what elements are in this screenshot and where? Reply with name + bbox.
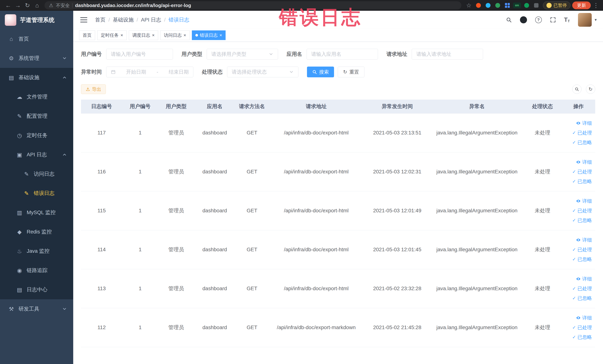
tab[interactable]: 首页 <box>79 30 95 40</box>
help-icon[interactable]: ? <box>535 16 542 23</box>
tab[interactable]: 错误日志× <box>192 30 226 40</box>
update-button[interactable]: 更新 <box>572 1 591 9</box>
sidebar-item-java-monitor[interactable]: ♨Java 监控 <box>0 241 73 261</box>
processed-link[interactable]: ✓已处理 <box>564 206 592 215</box>
detail-link[interactable]: 详细 <box>564 235 592 245</box>
sidebar-item-infrastructure[interactable]: ▤基础设施 <box>0 68 73 87</box>
extension-icon-4[interactable] <box>502 1 512 10</box>
sidebar-item-mysql-monitor[interactable]: ▥MySQL 监控 <box>0 203 73 222</box>
request-url-input[interactable] <box>412 49 483 59</box>
back-icon[interactable]: ← <box>3 1 13 10</box>
user-id-input[interactable] <box>106 49 173 59</box>
hamburger-icon[interactable] <box>80 16 88 23</box>
breadcrumb-separator: / <box>108 17 110 23</box>
extension-icon-3[interactable] <box>493 1 502 10</box>
app-name-input[interactable] <box>307 49 378 59</box>
user-type-select[interactable]: 请选择用户类型 <box>207 49 278 59</box>
sidebar-item-home[interactable]: ⌂首页 <box>0 29 73 48</box>
security-label[interactable]: 不安全 <box>56 2 70 9</box>
sidebar-item-trace[interactable]: ◉链路追踪 <box>0 261 73 280</box>
logo[interactable]: 芋道管理系统 <box>0 11 73 29</box>
refresh-table-button[interactable]: ↻ <box>586 84 595 94</box>
tab[interactable]: 访问日志× <box>160 30 190 40</box>
action-label: 已忽略 <box>577 256 592 263</box>
home-button-icon[interactable]: ⌂ <box>32 1 42 10</box>
breadcrumb-item[interactable]: API 日志 <box>141 16 161 23</box>
processed-link[interactable]: ✓已处理 <box>564 323 592 332</box>
cell-exception-name: java.lang.IllegalArgumentException <box>431 152 523 191</box>
mysql-monitor-icon: ▥ <box>16 209 23 216</box>
detail-link[interactable]: 详细 <box>564 274 592 284</box>
bookmark-star-icon[interactable]: ☆ <box>464 1 474 10</box>
sidebar-item-access-log[interactable]: ✎访问日志 <box>0 164 73 184</box>
search-icon[interactable] <box>506 17 512 23</box>
process-status-select[interactable]: 请选择处理状态 <box>227 67 299 77</box>
detail-link[interactable]: 详细 <box>564 118 592 128</box>
chevron-down-icon[interactable]: ▾ <box>595 17 597 22</box>
ignored-link[interactable]: ✓已忽略 <box>564 215 592 225</box>
sidebar-item-config-manage[interactable]: ✎配置管理 <box>0 106 73 126</box>
sidebar-item-gear[interactable]: ⚙系统管理 <box>0 48 73 68</box>
action-label: 详细 <box>582 276 592 282</box>
tab-label: 访问日志 <box>164 32 182 38</box>
ignored-link[interactable]: ✓已忽略 <box>564 138 592 147</box>
address-bar[interactable]: ⚠ 不安全 dashboard.yudao.iocoder.cn/infra/l… <box>45 1 461 10</box>
extension-icon-5[interactable]: on <box>512 1 522 10</box>
breadcrumb-item[interactable]: 基础设施 <box>113 16 134 23</box>
exception-time-range[interactable]: 开始日期 - 结束日期 <box>106 67 193 77</box>
processed-link[interactable]: ✓已处理 <box>564 245 592 254</box>
github-icon[interactable] <box>520 16 527 23</box>
sidebar-item-label: Java 监控 <box>27 247 49 255</box>
tab-close-icon[interactable]: × <box>220 33 222 37</box>
tab[interactable]: 调度日志× <box>129 30 158 40</box>
tab-close-icon[interactable]: × <box>120 33 123 37</box>
cell-user-type: 管理员 <box>158 113 194 152</box>
ignored-link[interactable]: ✓已忽略 <box>564 332 592 342</box>
search-button[interactable]: 搜索 <box>307 67 334 77</box>
fullscreen-icon[interactable] <box>550 17 556 23</box>
sidebar-item-file-manage[interactable]: ☁文件管理 <box>0 87 73 106</box>
sidebar-item-dev-tools[interactable]: ⚒研发工具 <box>0 299 73 318</box>
detail-link[interactable]: 详细 <box>564 196 592 206</box>
column-header: 异常发生时间 <box>364 100 431 113</box>
extension-icon-1[interactable] <box>474 1 483 10</box>
detail-link[interactable]: 详细 <box>564 313 592 323</box>
cell-exception-time: 2021-05-02 21:45:28 <box>364 308 431 347</box>
url-text[interactable]: dashboard.yudao.iocoder.cn/infra/log/api… <box>75 3 191 8</box>
reset-button[interactable]: ↻ 重置 <box>338 67 364 77</box>
extension-icon-2[interactable] <box>483 1 493 10</box>
ignored-link[interactable]: ✓已忽略 <box>564 254 592 264</box>
ignored-link[interactable]: ✓已忽略 <box>564 293 592 303</box>
hide-search-button[interactable] <box>572 84 581 94</box>
security-warning-icon[interactable]: ⚠ <box>49 3 53 8</box>
cell-exception-time: 2021-05-02 23:32:28 <box>364 269 431 308</box>
user-avatar[interactable] <box>578 13 592 27</box>
extensions-puzzle-icon[interactable] <box>532 1 541 10</box>
sidebar-item-log-center[interactable]: ▤日志中心 <box>0 280 73 299</box>
breadcrumb-item[interactable]: 首页 <box>95 16 105 23</box>
sidebar-item-error-log[interactable]: ✎错误日志 <box>0 184 73 203</box>
export-button[interactable]: 导出 <box>81 84 106 94</box>
ignored-link[interactable]: ✓已忽略 <box>564 176 592 186</box>
reload-icon[interactable]: ↻ <box>23 1 32 10</box>
tab-close-icon[interactable]: × <box>152 33 155 37</box>
detail-link[interactable]: 详细 <box>564 157 592 167</box>
processed-link[interactable]: ✓已处理 <box>564 284 592 293</box>
sidebar-menu: ⌂首页⚙系统管理▤基础设施☁文件管理✎配置管理◷定时任务▣API 日志✎访问日志… <box>0 29 73 318</box>
processed-link[interactable]: ✓已处理 <box>564 128 592 138</box>
paused-extension-badge[interactable]: 已暂停 <box>543 1 570 9</box>
sidebar-item-scheduled-task[interactable]: ◷定时任务 <box>0 126 73 145</box>
cell-app-name: dashboard <box>194 152 235 191</box>
tab[interactable]: 定时任务× <box>97 30 127 40</box>
breadcrumb-separator: / <box>164 17 165 23</box>
extension-icon-6[interactable] <box>522 1 532 10</box>
sidebar-item-redis-monitor[interactable]: ◆Redis 监控 <box>0 222 73 241</box>
select-caret-icon <box>269 52 273 57</box>
sidebar-item-api-log[interactable]: ▣API 日志 <box>0 145 73 164</box>
check-icon: ✓ <box>572 130 576 135</box>
forward-icon[interactable]: → <box>13 1 23 10</box>
browser-menu-icon[interactable]: ⋮ <box>592 2 600 9</box>
tab-close-icon[interactable]: × <box>184 33 186 37</box>
font-size-icon[interactable]: TT <box>564 16 570 23</box>
processed-link[interactable]: ✓已处理 <box>564 167 592 176</box>
